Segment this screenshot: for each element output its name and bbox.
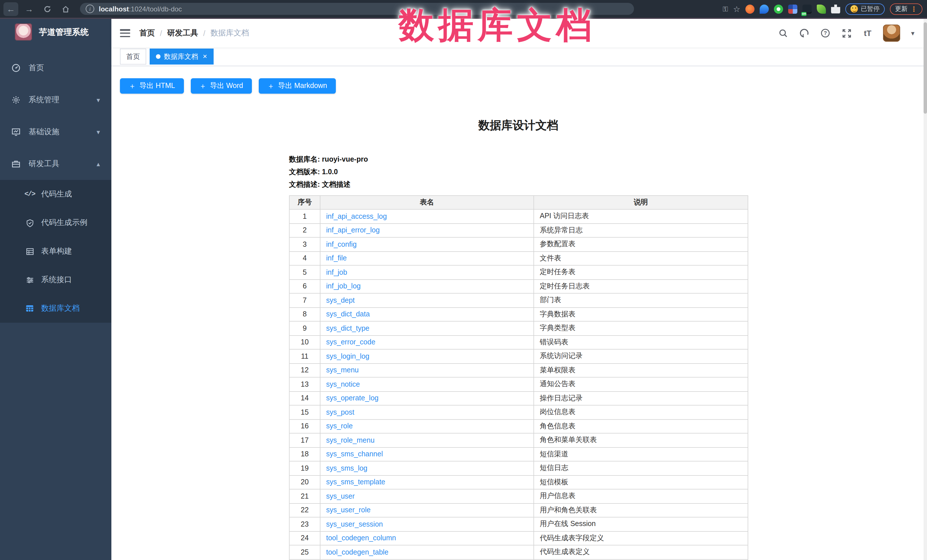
avatar[interactable] <box>883 24 900 42</box>
sidebar-menu: 首页 系统管理 ▼ 基础设施 ▼ 研发工具 ▲ <box>0 52 111 323</box>
browser-back-icon[interactable]: ← <box>3 2 18 16</box>
extension-icon[interactable] <box>788 4 797 14</box>
table-link[interactable]: inf_job_log <box>326 282 361 290</box>
row-description: 定时任务表 <box>534 265 748 279</box>
document-title: 数据库设计文档 <box>289 118 748 133</box>
breadcrumb-devtools[interactable]: 研发工具 <box>167 28 198 38</box>
chevron-down-icon[interactable]: ▼ <box>910 30 916 36</box>
extension-icon[interactable] <box>760 4 769 14</box>
font-size-icon[interactable]: tT <box>862 27 873 39</box>
bookmark-star-icon[interactable]: ☆ <box>733 4 740 14</box>
table-link[interactable]: sys_user_role <box>326 506 371 514</box>
table-link[interactable]: sys_user_session <box>326 520 383 528</box>
row-description: 菜单权限表 <box>534 363 748 377</box>
table-link[interactable]: inf_api_error_log <box>326 226 380 234</box>
table-row: 16 sys_role 角色信息表 <box>289 419 748 433</box>
table-link[interactable]: sys_dict_data <box>326 310 370 319</box>
close-tab-icon[interactable]: × <box>203 53 207 60</box>
table-row: 7 sys_dept 部门表 <box>289 293 748 307</box>
github-icon[interactable] <box>798 27 810 39</box>
export-html-button[interactable]: ＋ 导出 HTML <box>120 78 184 94</box>
browser-reload-icon[interactable] <box>40 2 55 16</box>
table-row: 15 sys_post 岗位信息表 <box>289 405 748 419</box>
export-markdown-button[interactable]: ＋ 导出 Markdown <box>258 78 336 94</box>
table-link[interactable]: inf_config <box>326 240 357 249</box>
tab-home[interactable]: 首页 <box>120 49 146 65</box>
scrollbar-thumb[interactable] <box>924 22 927 114</box>
extension-icon[interactable] <box>745 4 755 14</box>
sidebar-item-infra[interactable]: 基础设施 ▼ <box>0 116 111 148</box>
row-number: 4 <box>289 251 320 265</box>
table-link[interactable]: inf_file <box>326 255 347 263</box>
table-link[interactable]: sys_post <box>326 408 354 416</box>
table-link[interactable]: sys_error_code <box>326 338 375 346</box>
address-bar[interactable]: i localhost:1024/tool/db-doc <box>80 3 634 15</box>
table-link[interactable]: tool_codegen_table <box>326 548 388 556</box>
table-link[interactable]: sys_operate_log <box>326 395 378 402</box>
row-description: 岗位信息表 <box>534 405 748 419</box>
row-number: 10 <box>289 335 320 349</box>
table-link[interactable]: inf_api_access_log <box>326 212 387 220</box>
table-row: 6 inf_job_log 定时任务日志表 <box>289 279 748 293</box>
help-icon[interactable]: ? <box>820 27 831 39</box>
tab-db-doc[interactable]: 数据库文档 × <box>150 49 213 65</box>
chevron-up-icon: ▲ <box>96 161 101 167</box>
table-link[interactable]: sys_sms_channel <box>326 450 383 458</box>
chrome-update-button[interactable]: 更新 ⋮ <box>890 3 922 15</box>
export-word-button[interactable]: ＋ 导出 Word <box>190 78 252 94</box>
browser-home-icon[interactable] <box>58 2 73 16</box>
row-description: 参数配置表 <box>534 237 748 251</box>
sidebar-item-codegen[interactable]: </> 代码生成 <box>0 180 111 208</box>
dashboard-icon <box>11 64 21 73</box>
sliders-icon <box>25 275 34 284</box>
row-description: 定时任务日志表 <box>534 279 748 293</box>
table-link[interactable]: sys_dept <box>326 296 355 304</box>
sidebar-item-devtools[interactable]: 研发工具 ▲ <box>0 148 111 180</box>
db-name-value: ruoyi-vue-pro <box>322 155 368 163</box>
fullscreen-icon[interactable] <box>841 27 852 39</box>
extension-icon[interactable] <box>774 4 783 14</box>
table-link[interactable]: sys_role_menu <box>326 436 375 444</box>
sidebar-item-system-api[interactable]: 系统接口 <box>0 266 111 294</box>
row-description: 错误码表 <box>534 335 748 349</box>
collapse-sidebar-icon[interactable] <box>120 29 130 37</box>
toolbox-icon <box>11 159 21 168</box>
sidebar-item-codegen-demo[interactable]: 代码生成示例 <box>0 208 111 237</box>
table-link[interactable]: sys_sms_log <box>326 464 368 472</box>
col-header-name: 表名 <box>320 196 534 209</box>
browser-menu-icon[interactable]: ⋮ <box>910 6 917 12</box>
password-key-icon[interactable]: ⚿ <box>723 5 728 13</box>
table-link[interactable]: sys_menu <box>326 366 359 374</box>
sidebar-item-form-builder[interactable]: 表单构建 <box>0 237 111 266</box>
sidebar-item-db-doc[interactable]: 数据库文档 <box>0 294 111 323</box>
search-icon[interactable] <box>777 27 789 39</box>
browser-forward-icon[interactable]: → <box>22 2 36 16</box>
document-meta: 数据库名: ruoyi-vue-pro 文档版本: 1.0.0 文档描述: 文档… <box>289 155 748 190</box>
table-link[interactable]: sys_dict_type <box>326 325 369 332</box>
browser-toolbar: ← → i localhost:1024/tool/db-doc ⚿ ☆ on … <box>0 0 927 19</box>
extension-icon[interactable]: on <box>802 4 812 14</box>
export-buttons: ＋ 导出 HTML ＋ 导出 Word ＋ 导出 Markdown <box>120 78 336 94</box>
row-number: 8 <box>289 307 320 321</box>
table-link[interactable]: sys_role <box>326 422 353 430</box>
profile-paused-badge[interactable]: 已暂停 <box>845 3 885 15</box>
table-link[interactable]: sys_notice <box>326 380 360 389</box>
site-info-icon[interactable]: i <box>86 5 94 13</box>
extension-puzzle-icon[interactable] <box>831 4 840 14</box>
row-number: 19 <box>289 461 320 475</box>
page-scrollbar[interactable] <box>924 19 927 560</box>
table-link[interactable]: inf_job <box>326 269 347 276</box>
logo-link[interactable]: 芋道管理系统 <box>0 19 111 45</box>
form-icon <box>25 247 34 256</box>
extension-icon[interactable] <box>817 4 826 14</box>
sidebar-item-home[interactable]: 首页 <box>0 52 111 84</box>
row-description: 通知公告表 <box>534 377 748 391</box>
app-header: 首页 / 研发工具 / 数据库文档 ? tT <box>111 19 924 47</box>
sidebar-item-system[interactable]: 系统管理 ▼ <box>0 84 111 116</box>
table-link[interactable]: sys_sms_template <box>326 478 385 486</box>
breadcrumb-home[interactable]: 首页 <box>139 28 155 38</box>
breadcrumb-current: 数据库文档 <box>210 28 249 38</box>
table-link[interactable]: tool_codegen_column <box>326 534 396 542</box>
table-link[interactable]: sys_login_log <box>326 352 369 360</box>
table-link[interactable]: sys_user <box>326 492 355 500</box>
